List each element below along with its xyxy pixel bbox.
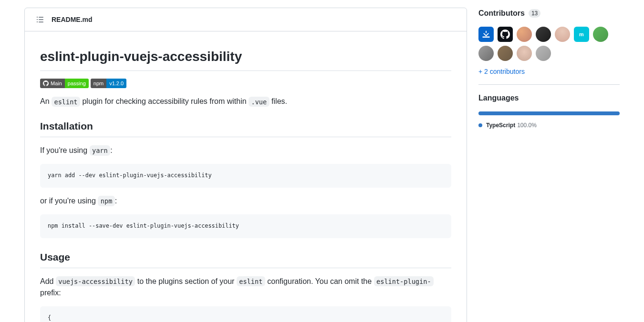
contributors-section: Contributors 13 m + 2 contr (478, 8, 620, 77)
contributor-avatar[interactable]: m (574, 27, 589, 42)
contributor-avatar[interactable] (498, 27, 513, 42)
npm-version-badge[interactable]: npm v1.2.0 (91, 79, 126, 88)
contributor-avatar[interactable] (478, 46, 494, 61)
npm-badge-label: npm (91, 79, 106, 88)
contributors-heading[interactable]: Contributors 13 (478, 8, 620, 19)
languages-section: Languages TypeScript 100.0% (478, 84, 620, 130)
contributor-avatar[interactable] (536, 46, 551, 61)
installation-heading: Installation (40, 119, 451, 137)
contributors-count: 13 (529, 9, 540, 18)
usage-paragraph: Add vuejs-accessibility to the plugins s… (40, 276, 451, 299)
usage-json-block[interactable]: { (40, 306, 451, 322)
readme-container: README.md eslint-plugin-vuejs-accessibil… (24, 8, 467, 322)
more-contributors-link[interactable]: + 2 contributors (478, 67, 620, 77)
lang-segment-typescript[interactable] (478, 111, 620, 115)
build-status-badge[interactable]: Main passing (40, 79, 89, 88)
build-badge-status: passing (65, 79, 89, 88)
readme-header: README.md (25, 8, 467, 31)
readme-title: eslint-plugin-vuejs-accessibility (40, 47, 451, 71)
contributor-avatar[interactable] (593, 27, 608, 42)
contributor-avatar[interactable] (555, 27, 570, 42)
build-badge-label: Main (51, 80, 62, 88)
npm-badge-version: v1.2.0 (106, 79, 126, 88)
languages-heading: Languages (478, 92, 620, 104)
contributor-avatar[interactable] (498, 46, 513, 61)
toc-icon[interactable] (32, 12, 48, 27)
contributor-avatar[interactable] (536, 27, 551, 42)
inline-code-eslint: eslint (52, 97, 80, 107)
yarn-intro: If you're using yarn: (40, 145, 451, 156)
lang-item-typescript[interactable]: TypeScript 100.0% (478, 121, 620, 130)
contributor-avatar[interactable] (517, 46, 532, 61)
npm-command-block[interactable]: npm install --save-dev eslint-plugin-vue… (40, 214, 451, 238)
lang-dot-icon (478, 123, 482, 127)
usage-heading: Usage (40, 250, 451, 268)
readme-filename[interactable]: README.md (52, 15, 93, 25)
yarn-command-block[interactable]: yarn add --dev eslint-plugin-vuejs-acces… (40, 164, 451, 188)
inline-code-vue: .vue (249, 97, 270, 107)
npm-intro: or if you're using npm: (40, 195, 451, 207)
readme-content: eslint-plugin-vuejs-accessibility Main p… (25, 31, 467, 322)
contributor-avatar[interactable] (517, 27, 532, 42)
intro-paragraph: An eslint plugin for checking accessibil… (40, 96, 451, 107)
contributor-avatar[interactable] (478, 27, 494, 42)
languages-bar (478, 111, 620, 115)
contributor-avatars: m (478, 27, 620, 61)
